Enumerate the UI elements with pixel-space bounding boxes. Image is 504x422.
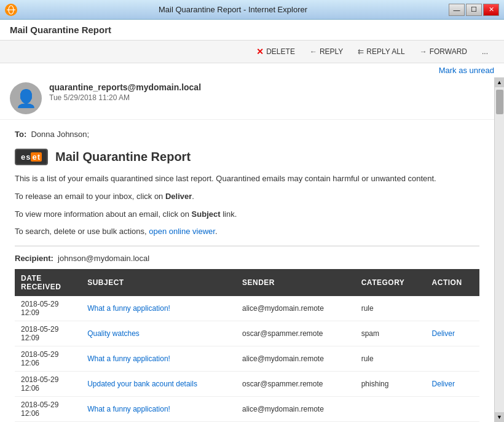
reply-all-button[interactable]: ⇇ REPLY ALL <box>352 45 411 58</box>
cell-action <box>426 397 479 422</box>
app-header: Mail Quarantine Report <box>0 20 504 41</box>
to-line: To: Donna Johnson; <box>15 130 479 139</box>
scroll-up-button[interactable]: ▲ <box>495 77 505 87</box>
forward-icon: → <box>420 47 427 56</box>
to-recipients: Donna Johnson; <box>31 130 89 139</box>
cell-action <box>426 346 479 372</box>
cell-category: rule <box>355 296 426 321</box>
reply-label: REPLY <box>320 47 343 56</box>
to-label: To: <box>15 130 26 139</box>
eset-report-title: Mail Quarantine Report <box>55 150 191 164</box>
subject-link[interactable]: Updated your bank acount details <box>87 380 197 388</box>
intro4-end: . <box>215 227 218 236</box>
scroll-down-button[interactable]: ▼ <box>495 412 505 422</box>
main-content: 👤 quarantine_reports@mydomain.local Tue … <box>0 77 504 422</box>
subject-link[interactable]: Quality watches <box>87 329 140 338</box>
cell-date: 2018-05-2912:06 <box>15 397 81 422</box>
scrollbar[interactable]: ▲ ▼ <box>494 77 504 422</box>
mark-unread-button[interactable]: Mark as unread <box>439 66 494 75</box>
intro2-end: . <box>192 192 194 201</box>
cell-date: 2018-05-2912:09 <box>15 296 81 321</box>
eset-logo-text: es <box>21 152 31 162</box>
mark-unread-area: Mark as unread <box>0 63 504 77</box>
title-bar: Mail Quarantine Report - Internet Explor… <box>0 0 504 20</box>
table-body: 2018-05-2912:09What a funny application!… <box>15 296 479 422</box>
cell-category: rule <box>355 346 426 372</box>
cell-category <box>355 397 426 422</box>
intro2-bold: Deliver <box>165 192 192 201</box>
recipient-label: Recipient: <box>15 254 53 263</box>
intro3-pre: To view more information about an email,… <box>15 209 192 219</box>
intro-text-1: This is a list of your emails quarantine… <box>15 173 479 186</box>
cell-sender: oscar@spammer.remote <box>236 372 355 397</box>
col-subject: SUBJECT <box>81 269 236 296</box>
eset-logo-et: et <box>31 152 42 162</box>
subject-link[interactable]: What a funny application! <box>87 405 170 413</box>
avatar: 👤 <box>10 82 42 114</box>
reply-all-label: REPLY ALL <box>366 47 404 56</box>
col-action: ACTION <box>426 269 479 296</box>
deliver-link[interactable]: Deliver <box>432 380 455 388</box>
email-content: 👤 quarantine_reports@mydomain.local Tue … <box>0 77 494 422</box>
col-date: DATERECEIVED <box>15 269 81 296</box>
email-header: 👤 quarantine_reports@mydomain.local Tue … <box>0 77 494 120</box>
online-viewer-link[interactable]: open online viewer <box>149 227 215 236</box>
cell-subject: Updated your bank acount details <box>81 372 236 397</box>
forward-label: FORWARD <box>430 47 467 56</box>
minimize-button[interactable]: — <box>449 4 465 16</box>
section-divider <box>15 246 479 246</box>
email-toolbar: ✕ DELETE ← REPLY ⇇ REPLY ALL → FORWARD .… <box>0 41 504 63</box>
eset-header: eset Mail Quarantine Report <box>15 149 479 165</box>
cell-category: spam <box>355 321 426 346</box>
cell-date: 2018-05-2912:09 <box>15 321 81 346</box>
cell-sender: alice@mydomain.remote <box>236 397 355 422</box>
cell-action <box>426 296 479 321</box>
cell-sender: alice@mydomain.remote <box>236 346 355 372</box>
cell-sender: alice@mydomain.remote <box>236 296 355 321</box>
table-row: 2018-05-2912:09What a funny application!… <box>15 296 479 321</box>
table-header: DATERECEIVED SUBJECT SENDER CATEGORY ACT… <box>15 269 479 296</box>
reply-icon: ← <box>310 47 317 56</box>
more-button[interactable]: ... <box>476 45 494 58</box>
scroll-thumb[interactable] <box>496 90 503 114</box>
ie-icon <box>5 4 17 16</box>
reply-all-icon: ⇇ <box>358 47 364 56</box>
email-body: To: Donna Johnson; eset Mail Quarantine … <box>0 120 494 422</box>
avatar-icon: 👤 <box>15 88 37 109</box>
intro2-pre: To release an email to your inbox, click… <box>15 192 165 201</box>
table-row: 2018-05-2912:06What a funny application!… <box>15 346 479 372</box>
delete-button[interactable]: ✕ DELETE <box>250 44 301 59</box>
close-button[interactable]: ✕ <box>483 4 499 16</box>
delete-label: DELETE <box>266 47 295 56</box>
cell-category: phishing <box>355 372 426 397</box>
cell-date: 2018-05-2912:06 <box>15 372 81 397</box>
eset-logo: eset <box>15 149 48 165</box>
maximize-button[interactable]: ☐ <box>466 4 482 16</box>
table-row: 2018-05-2912:09Quality watchesoscar@spam… <box>15 321 479 346</box>
subject-link[interactable]: What a funny application! <box>87 304 170 313</box>
delete-icon: ✕ <box>256 47 264 57</box>
cell-action: Deliver <box>426 372 479 397</box>
intro3-end: link. <box>221 209 237 219</box>
cell-action: Deliver <box>426 321 479 346</box>
intro-text-2: To release an email to your inbox, click… <box>15 190 479 203</box>
app-title: Mail Quarantine Report <box>10 25 111 35</box>
intro-text-4: To search, delete or use bulk actions, o… <box>15 225 479 238</box>
more-label: ... <box>482 47 488 56</box>
subject-link[interactable]: What a funny application! <box>87 354 170 363</box>
window-title: Mail Quarantine Report - Internet Explor… <box>17 5 449 14</box>
forward-button[interactable]: → FORWARD <box>414 45 473 58</box>
deliver-link[interactable]: Deliver <box>432 329 455 338</box>
email-meta: quarantine_reports@mydomain.local Tue 5/… <box>49 82 484 102</box>
cell-sender: oscar@spammer.remote <box>236 321 355 346</box>
quarantine-table: DATERECEIVED SUBJECT SENDER CATEGORY ACT… <box>15 269 479 422</box>
intro4-pre: To search, delete or use bulk actions, <box>15 227 149 236</box>
cell-subject: What a funny application! <box>81 397 236 422</box>
intro-text-3: To view more information about an email,… <box>15 208 479 221</box>
window-controls[interactable]: — ☐ ✕ <box>449 4 499 16</box>
reply-button[interactable]: ← REPLY <box>304 45 349 58</box>
cell-subject: What a funny application! <box>81 296 236 321</box>
cell-subject: What a funny application! <box>81 346 236 372</box>
table-row: 2018-05-2912:06Updated your bank acount … <box>15 372 479 397</box>
intro3-bold: Subject <box>192 209 221 219</box>
